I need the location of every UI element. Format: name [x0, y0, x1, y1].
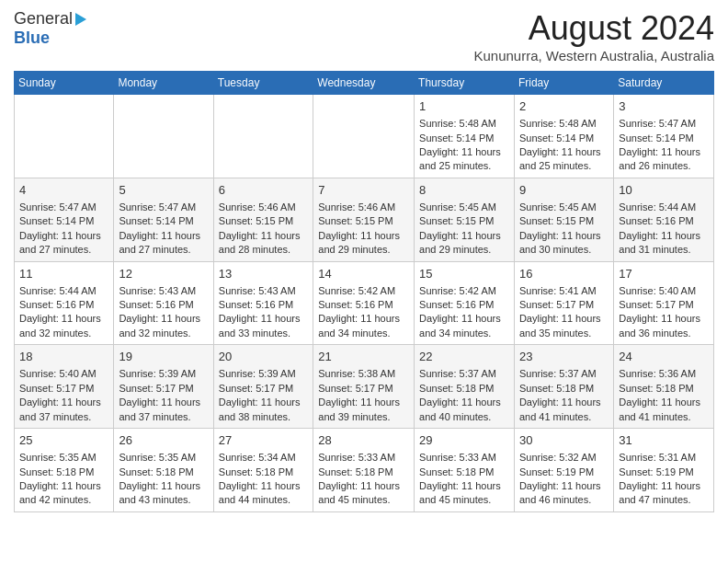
day-info: Sunrise: 5:39 AM: [119, 367, 208, 381]
day-number: 1: [419, 98, 509, 115]
day-info: Daylight: 11 hours: [318, 396, 409, 409]
calendar-cell: 10Sunrise: 5:44 AMSunset: 5:16 PMDayligh…: [614, 178, 714, 261]
day-info: Daylight: 11 hours: [419, 479, 509, 493]
calendar-body: 1Sunrise: 5:48 AMSunset: 5:14 PMDaylight…: [15, 95, 714, 512]
day-info: and 34 minutes.: [419, 327, 509, 340]
day-info: Sunset: 5:18 PM: [119, 465, 208, 479]
day-number: 10: [619, 182, 709, 199]
calendar-cell: 3Sunrise: 5:47 AMSunset: 5:14 PMDaylight…: [614, 95, 714, 178]
calendar-cell: 14Sunrise: 5:42 AMSunset: 5:16 PMDayligh…: [313, 261, 415, 345]
day-number: 16: [519, 266, 609, 282]
day-info: and 32 minutes.: [19, 327, 108, 340]
day-info: and 25 minutes.: [519, 159, 609, 173]
day-info: and 26 minutes.: [619, 159, 709, 173]
day-info: and 40 minutes.: [419, 410, 509, 424]
calendar-cell: [213, 95, 313, 178]
day-info: Sunrise: 5:42 AM: [318, 284, 409, 298]
day-info: and 37 minutes.: [19, 410, 108, 424]
day-info: Sunrise: 5:38 AM: [318, 367, 409, 381]
day-number: 23: [519, 349, 609, 365]
day-info: Daylight: 11 hours: [519, 479, 609, 493]
day-info: Sunrise: 5:47 AM: [119, 201, 208, 214]
day-info: Sunset: 5:18 PM: [19, 465, 108, 479]
day-info: Daylight: 11 hours: [119, 312, 208, 326]
day-info: and 41 minutes.: [519, 410, 609, 424]
calendar-cell: 24Sunrise: 5:36 AMSunset: 5:18 PMDayligh…: [614, 345, 714, 429]
day-info: Daylight: 11 hours: [619, 229, 709, 243]
day-info: and 46 minutes.: [519, 493, 609, 507]
day-info: and 33 minutes.: [219, 327, 308, 340]
day-info: Sunset: 5:15 PM: [219, 214, 308, 228]
day-number: 29: [419, 432, 509, 449]
day-number: 30: [519, 432, 609, 449]
day-info: Sunset: 5:19 PM: [519, 465, 609, 479]
day-info: and 37 minutes.: [119, 410, 208, 424]
calendar-cell: 25Sunrise: 5:35 AMSunset: 5:18 PMDayligh…: [15, 429, 114, 512]
day-number: 25: [19, 432, 108, 449]
day-info: Sunrise: 5:33 AM: [318, 451, 409, 465]
day-number: 27: [219, 432, 308, 449]
calendar-table: SundayMondayTuesdayWednesdayThursdayFrid…: [14, 71, 714, 512]
day-info: Daylight: 11 hours: [119, 479, 208, 493]
day-info: and 39 minutes.: [318, 410, 409, 424]
day-info: Sunrise: 5:39 AM: [219, 367, 308, 381]
day-info: Daylight: 11 hours: [318, 312, 409, 326]
day-info: Sunset: 5:18 PM: [419, 465, 509, 479]
day-info: Sunset: 5:17 PM: [519, 298, 609, 312]
day-info: and 43 minutes.: [119, 493, 208, 507]
day-info: and 28 minutes.: [219, 243, 308, 257]
calendar-week-row: 11Sunrise: 5:44 AMSunset: 5:16 PMDayligh…: [15, 261, 714, 345]
day-info: and 29 minutes.: [318, 243, 409, 257]
day-info: and 29 minutes.: [419, 243, 509, 257]
day-info: and 47 minutes.: [619, 493, 709, 507]
day-number: 2: [519, 98, 609, 115]
day-info: and 25 minutes.: [419, 159, 509, 173]
day-info: Sunset: 5:18 PM: [519, 382, 609, 396]
day-info: Sunset: 5:17 PM: [119, 382, 208, 396]
day-info: Daylight: 11 hours: [619, 479, 709, 493]
day-info: Sunrise: 5:48 AM: [419, 117, 509, 131]
logo-icon: [75, 13, 86, 26]
calendar-cell: [313, 95, 415, 178]
calendar-cell: 12Sunrise: 5:43 AMSunset: 5:16 PMDayligh…: [114, 261, 213, 345]
calendar-cell: 31Sunrise: 5:31 AMSunset: 5:19 PMDayligh…: [614, 429, 714, 512]
calendar-cell: 4Sunrise: 5:47 AMSunset: 5:14 PMDaylight…: [15, 178, 114, 261]
day-number: 11: [19, 266, 108, 282]
calendar-cell: 21Sunrise: 5:38 AMSunset: 5:17 PMDayligh…: [313, 345, 415, 429]
day-number: 6: [219, 182, 308, 199]
day-info: Sunset: 5:14 PM: [519, 132, 609, 145]
day-info: Sunrise: 5:37 AM: [519, 367, 609, 381]
day-info: Sunrise: 5:45 AM: [519, 201, 609, 214]
day-info: and 31 minutes.: [619, 243, 709, 257]
day-info: Sunrise: 5:40 AM: [19, 367, 108, 381]
calendar-header-row: SundayMondayTuesdayWednesdayThursdayFrid…: [15, 72, 714, 95]
calendar-title: August 2024: [473, 9, 714, 48]
day-info: Daylight: 11 hours: [119, 229, 208, 243]
day-number: 7: [318, 182, 409, 199]
day-info: Sunrise: 5:47 AM: [19, 201, 108, 214]
calendar-cell: [15, 95, 114, 178]
day-of-week-header: Friday: [514, 72, 613, 95]
day-info: Sunset: 5:16 PM: [119, 298, 208, 312]
day-info: Daylight: 11 hours: [519, 396, 609, 409]
calendar-cell: 9Sunrise: 5:45 AMSunset: 5:15 PMDaylight…: [514, 178, 613, 261]
day-of-week-header: Saturday: [614, 72, 714, 95]
day-info: Sunset: 5:14 PM: [19, 214, 108, 228]
calendar-week-row: 25Sunrise: 5:35 AMSunset: 5:18 PMDayligh…: [15, 429, 714, 512]
calendar-week-row: 4Sunrise: 5:47 AMSunset: 5:14 PMDaylight…: [15, 178, 714, 261]
day-info: Sunrise: 5:46 AM: [219, 201, 308, 214]
calendar-cell: 7Sunrise: 5:46 AMSunset: 5:15 PMDaylight…: [313, 178, 415, 261]
day-info: Sunrise: 5:48 AM: [519, 117, 609, 131]
calendar-cell: 8Sunrise: 5:45 AMSunset: 5:15 PMDaylight…: [415, 178, 515, 261]
day-info: Sunset: 5:18 PM: [318, 465, 409, 479]
day-info: Sunrise: 5:34 AM: [219, 451, 308, 465]
day-number: 12: [119, 266, 208, 282]
day-info: and 34 minutes.: [318, 327, 409, 340]
day-number: 31: [619, 432, 709, 449]
day-info: Sunrise: 5:42 AM: [419, 284, 509, 298]
day-info: Sunset: 5:17 PM: [619, 298, 709, 312]
day-number: 13: [219, 266, 308, 282]
calendar-week-row: 1Sunrise: 5:48 AMSunset: 5:14 PMDaylight…: [15, 95, 714, 178]
calendar-cell: 19Sunrise: 5:39 AMSunset: 5:17 PMDayligh…: [114, 345, 213, 429]
day-info: and 45 minutes.: [419, 493, 509, 507]
